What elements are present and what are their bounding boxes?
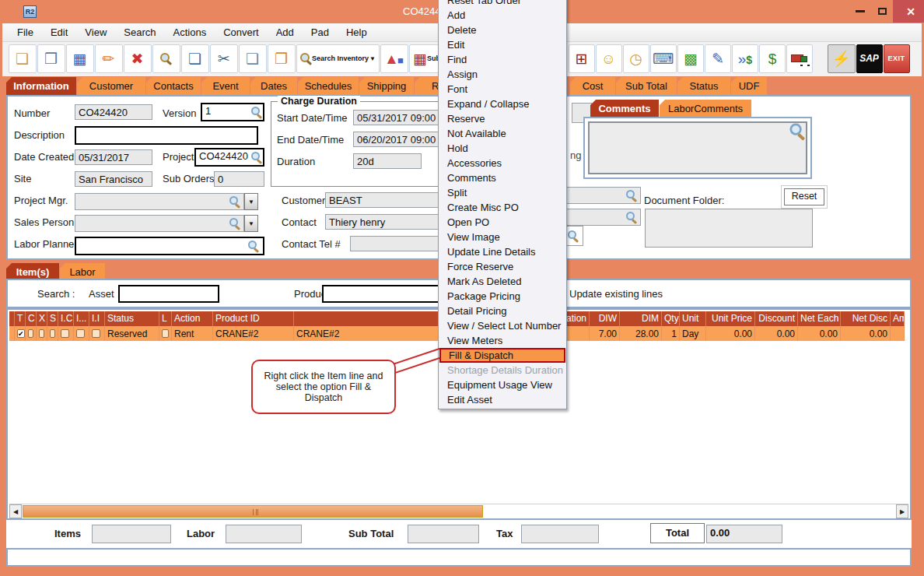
find-binoculars-icon[interactable] <box>152 44 180 73</box>
item[interactable]: Contacts <box>146 77 201 95</box>
scroll-right-arrow[interactable]: ▶ <box>896 504 908 518</box>
lookup-field-2-search-icon[interactable] <box>625 211 637 223</box>
site-structure-icon[interactable]: ⊞ <box>569 44 595 73</box>
sales-person-search-icon[interactable] <box>229 217 240 229</box>
item[interactable]: Event <box>201 77 250 95</box>
item[interactable]: Labor <box>60 263 105 280</box>
sales-person-dropdown[interactable]: ▼ <box>244 215 258 232</box>
edit-pencil-icon[interactable]: ✏ <box>95 44 123 73</box>
item[interactable]: Accessories <box>439 156 566 170</box>
copy-icon[interactable]: ❏ <box>239 44 267 73</box>
description-field[interactable] <box>75 126 258 145</box>
grid-column-header[interactable]: Amount <box>891 311 905 326</box>
item[interactable]: Sub Total <box>616 77 677 95</box>
project-search-icon[interactable] <box>250 151 262 163</box>
lookup-field-1-search-icon[interactable] <box>625 189 637 201</box>
project-mgr-dropdown[interactable]: ▼ <box>244 193 258 210</box>
item[interactable]: UDF <box>731 77 767 95</box>
grid-column-header[interactable]: S <box>47 311 58 326</box>
grid-column-header[interactable]: I.C <box>58 311 74 326</box>
item[interactable]: Status <box>677 77 730 95</box>
item[interactable]: LaborComments <box>660 100 751 117</box>
asset-input[interactable] <box>118 285 219 303</box>
item[interactable]: Comments <box>590 100 659 117</box>
grid-column-header[interactable] <box>9 311 15 326</box>
grid-column-header[interactable]: DIW <box>590 311 620 326</box>
keyboard-key-icon[interactable]: ⌨ <box>650 44 677 73</box>
row-checkbox[interactable] <box>162 329 169 338</box>
minimize-button[interactable] <box>849 0 871 22</box>
item[interactable]: Font <box>439 82 566 97</box>
item[interactable]: Hold <box>439 141 566 156</box>
dollar-forward-icon[interactable]: » <box>732 44 758 73</box>
item[interactable]: Edit <box>439 37 566 52</box>
row-checkbox[interactable]: ✔ <box>17 329 25 338</box>
scroll-left-arrow[interactable]: ◀ <box>9 504 22 518</box>
item[interactable]: Create Misc PO <box>439 200 566 215</box>
sap-button[interactable]: SAP <box>856 44 883 73</box>
cut-icon[interactable]: ✂ <box>210 44 238 73</box>
grid-column-header[interactable]: Discount <box>755 311 798 326</box>
grid-column-header[interactable]: DIM <box>620 311 662 326</box>
item[interactable]: Force Reserve <box>439 259 566 274</box>
item[interactable]: Shipping <box>359 77 414 95</box>
item[interactable]: Fill & Dispatch <box>439 348 565 363</box>
number-field[interactable]: CO424420 <box>75 104 152 120</box>
delete-icon[interactable]: ✖ <box>124 44 152 73</box>
dollar-list-icon[interactable]: $ <box>759 44 786 73</box>
grid-column-header[interactable]: Product ID <box>213 311 294 326</box>
duration-field[interactable]: 20d <box>353 153 422 169</box>
item[interactable]: Open PO <box>439 215 566 230</box>
close-button[interactable]: ✕ <box>893 0 924 23</box>
reset-button[interactable]: Reset <box>784 188 824 205</box>
grid-column-header[interactable]: Net Disc <box>841 311 891 326</box>
exit-button[interactable]: EXIT <box>884 44 910 73</box>
menubar-item[interactable]: Search <box>115 24 164 40</box>
row-checkbox[interactable] <box>76 329 85 338</box>
sub-orders-field[interactable]: 0 <box>214 171 264 187</box>
item[interactable]: Information <box>6 77 76 95</box>
grid-column-header[interactable]: Unit Price <box>706 311 755 326</box>
document-folder-area[interactable] <box>645 209 813 248</box>
item[interactable]: Package Pricing <box>439 289 566 304</box>
grid-column-header[interactable]: Action <box>172 311 213 326</box>
search-inventory-button[interactable]: Search Inventory▼ <box>296 44 380 73</box>
comments-search-icon[interactable] <box>789 122 805 139</box>
item[interactable]: Detail Pricing <box>439 304 566 318</box>
project-mgr-field[interactable] <box>75 193 244 210</box>
site-field[interactable]: San Francisco <box>75 171 152 187</box>
menubar-item[interactable]: Add <box>268 24 303 40</box>
item[interactable]: Shortage Details Duration <box>439 363 566 378</box>
item[interactable]: Update Line Details <box>439 244 566 259</box>
project-mgr-search-icon[interactable] <box>229 195 240 207</box>
maximize-button[interactable] <box>871 0 893 22</box>
scrollbar-thumb[interactable] <box>23 505 483 518</box>
item[interactable]: Assign <box>439 67 566 82</box>
item[interactable]: Equipment Usage View <box>439 378 566 392</box>
version-search-icon[interactable] <box>250 106 262 118</box>
menubar-item[interactable]: Pad <box>303 24 338 40</box>
item[interactable]: Reset Tab Order <box>439 0 566 8</box>
item[interactable]: View / Select Lot Number <box>439 318 566 333</box>
truck-icon[interactable] <box>786 44 813 73</box>
lightning-button[interactable]: ⚡ <box>828 44 856 73</box>
row-checkbox[interactable] <box>92 329 100 338</box>
grid-column-header[interactable]: L <box>159 311 172 326</box>
menubar-item[interactable]: Convert <box>215 24 268 40</box>
menubar-item[interactable]: Help <box>338 24 376 40</box>
item[interactable]: Not Available <box>439 126 566 141</box>
item[interactable]: Reserve <box>439 111 566 126</box>
colored-cubes-icon[interactable]: ▩ <box>677 44 704 73</box>
sales-person-field[interactable] <box>75 215 244 232</box>
app-logo-icon[interactable]: R2 <box>23 5 37 18</box>
item[interactable]: Item(s) <box>6 263 59 280</box>
grid-column-header[interactable]: Net Each <box>798 311 841 326</box>
row-checkbox[interactable] <box>50 329 55 338</box>
print-icon[interactable]: ❒ <box>37 44 65 73</box>
item[interactable]: Split <box>439 185 566 200</box>
item[interactable]: Dates <box>250 77 297 95</box>
grid-column-header[interactable]: T <box>15 311 26 326</box>
menubar-item[interactable]: Actions <box>165 24 215 40</box>
save-icon[interactable]: ▦ <box>66 44 94 73</box>
smiley-icon[interactable]: ☺ <box>596 44 622 73</box>
